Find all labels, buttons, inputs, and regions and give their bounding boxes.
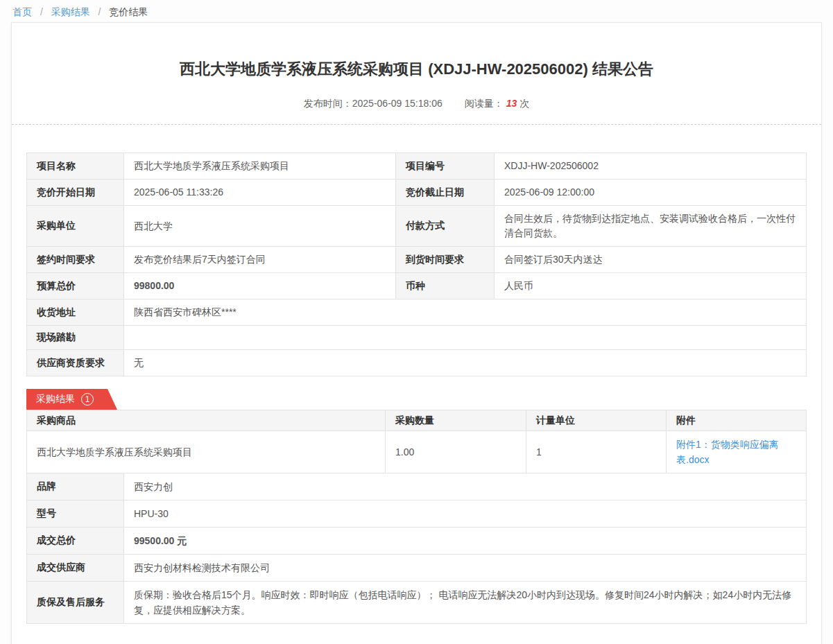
detail-label: 成交总价 bbox=[27, 528, 124, 555]
breadcrumb: 首页 / 采购结果 / 竞价结果 bbox=[0, 0, 833, 18]
page-title: 西北大学地质学系液压系统采购项目 (XDJJ-HW-202506002) 结果公… bbox=[26, 59, 807, 80]
result-detail-table: 品牌 西安力创 型号 HPU-30 成交总价 99500.00 元 成交供应商 … bbox=[26, 473, 807, 624]
detail-label: 品牌 bbox=[27, 473, 124, 501]
col-header-quantity: 采购数量 bbox=[386, 410, 526, 431]
table-row: 采购单位 西北大学 付款方式 合同生效后，待货物到达指定地点、安装调试验收合格后… bbox=[27, 206, 807, 247]
budget-total-price: 99800.00 bbox=[124, 273, 396, 299]
info-label: 竞价截止日期 bbox=[396, 180, 495, 206]
table-row: 质保及售后服务 质保期：验收合格后15个月。响应时效：即时响应（包括电话响应）；… bbox=[27, 582, 807, 624]
table-row: 竞价开始日期 2025-06-05 11:33:26 竞价截止日期 2025-0… bbox=[27, 180, 807, 206]
info-value: 2025-06-09 12:00:00 bbox=[495, 180, 807, 206]
publish-time-value: 2025-06-09 15:18:06 bbox=[352, 98, 443, 109]
attachment-cell: 附件1：货物类响应偏离表.docx bbox=[667, 431, 807, 473]
project-info-table: 项目名称 西北大学地质学系液压系统采购项目 项目编号 XDJJ-HW-20250… bbox=[26, 153, 807, 376]
info-label: 现场踏勘 bbox=[27, 326, 124, 350]
badge-count-circle-icon: 1 bbox=[81, 393, 94, 406]
info-value: 发布竞价结果后7天内签订合同 bbox=[124, 247, 396, 273]
product-name: 西北大学地质学系液压系统采购项目 bbox=[27, 431, 386, 473]
table-row: 成交总价 99500.00 元 bbox=[27, 528, 807, 555]
table-row: 品牌 西安力创 bbox=[27, 473, 807, 501]
info-label: 预算总价 bbox=[27, 273, 124, 299]
product-quantity: 1.00 bbox=[386, 431, 526, 473]
info-label: 采购单位 bbox=[27, 206, 124, 247]
breadcrumb-home[interactable]: 首页 bbox=[12, 6, 32, 17]
deal-total-price: 99500.00 元 bbox=[124, 528, 807, 555]
dashed-divider bbox=[12, 124, 821, 125]
info-label: 签约时间要求 bbox=[27, 247, 124, 273]
table-row: 收货地址 陕西省西安市碑林区**** bbox=[27, 299, 807, 326]
info-label: 收货地址 bbox=[27, 299, 124, 326]
read-count-value: 13 bbox=[506, 98, 517, 109]
col-header-unit: 计量单位 bbox=[526, 410, 667, 431]
announcement-card: 西北大学地质学系液压系统采购项目 (XDJJ-HW-202506002) 结果公… bbox=[11, 22, 822, 644]
breadcrumb-separator: / bbox=[40, 6, 43, 17]
table-row: 预算总价 99800.00 币种 人民币 bbox=[27, 273, 807, 299]
detail-label: 成交供应商 bbox=[27, 555, 124, 582]
publish-meta: 发布时间：2025-06-09 15:18:06 阅读量：13次 bbox=[26, 98, 807, 110]
info-value: 陕西省西安市碑林区**** bbox=[124, 299, 807, 326]
info-value: 西北大学 bbox=[124, 206, 396, 247]
table-row: 西北大学地质学系液压系统采购项目 1.00 1 附件1：货物类响应偏离表.doc… bbox=[27, 431, 807, 473]
info-value: 合同生效后，待货物到达指定地点、安装调试验收合格后，一次性付清合同货款。 bbox=[495, 206, 807, 247]
badge-label: 采购结果 bbox=[36, 393, 75, 406]
col-header-attachment: 附件 bbox=[667, 410, 807, 431]
table-row: 供应商资质要求 无 bbox=[27, 350, 807, 376]
info-label: 项目名称 bbox=[27, 153, 124, 180]
table-header-row: 采购商品 采购数量 计量单位 附件 bbox=[27, 410, 807, 431]
detail-value: 西安力创材料检测技术有限公司 bbox=[124, 555, 807, 582]
product-unit: 1 bbox=[526, 431, 667, 473]
table-row: 型号 HPU-30 bbox=[27, 501, 807, 528]
read-count-unit: 次 bbox=[519, 98, 529, 109]
table-row: 签约时间要求 发布竞价结果后7天内签订合同 到货时间要求 合同签订后30天内送达 bbox=[27, 247, 807, 273]
detail-value: 质保期：验收合格后15个月。响应时效：即时响应（包括电话响应）； 电话响应无法解… bbox=[124, 582, 807, 624]
info-value: 无 bbox=[124, 350, 807, 376]
info-label: 项目编号 bbox=[396, 153, 495, 180]
table-row: 现场踏勘 bbox=[27, 326, 807, 350]
info-value: 西北大学地质学系液压系统采购项目 bbox=[124, 153, 396, 180]
product-table: 采购商品 采购数量 计量单位 附件 西北大学地质学系液压系统采购项目 1.00 … bbox=[26, 410, 807, 473]
procurement-result-badge: 采购结果 1 bbox=[26, 389, 117, 410]
info-value: 人民币 bbox=[495, 273, 807, 299]
breadcrumb-procurement-results[interactable]: 采购结果 bbox=[51, 6, 90, 17]
info-value: 合同签订后30天内送达 bbox=[495, 247, 807, 273]
info-value: 2025-06-05 11:33:26 bbox=[124, 180, 396, 206]
info-value bbox=[124, 326, 807, 350]
detail-value: HPU-30 bbox=[124, 501, 807, 528]
info-label: 竞价开始日期 bbox=[27, 180, 124, 206]
breadcrumb-current-bidding-results: 竞价结果 bbox=[109, 6, 148, 17]
detail-value: 西安力创 bbox=[124, 473, 807, 501]
publish-time-label: 发布时间： bbox=[304, 98, 352, 109]
info-label: 供应商资质要求 bbox=[27, 350, 124, 376]
info-label: 付款方式 bbox=[396, 206, 495, 247]
breadcrumb-separator: / bbox=[98, 6, 101, 17]
detail-label: 型号 bbox=[27, 501, 124, 528]
attachment-link[interactable]: 附件1：货物类响应偏离表.docx bbox=[676, 439, 779, 465]
info-label: 币种 bbox=[396, 273, 495, 299]
table-row: 成交供应商 西安力创材料检测技术有限公司 bbox=[27, 555, 807, 582]
detail-label: 质保及售后服务 bbox=[27, 582, 124, 624]
table-row: 项目名称 西北大学地质学系液压系统采购项目 项目编号 XDJJ-HW-20250… bbox=[27, 153, 807, 180]
read-count-label: 阅读量： bbox=[465, 98, 504, 109]
col-header-product: 采购商品 bbox=[27, 410, 386, 431]
info-label: 到货时间要求 bbox=[396, 247, 495, 273]
info-value: XDJJ-HW-202506002 bbox=[495, 153, 807, 180]
